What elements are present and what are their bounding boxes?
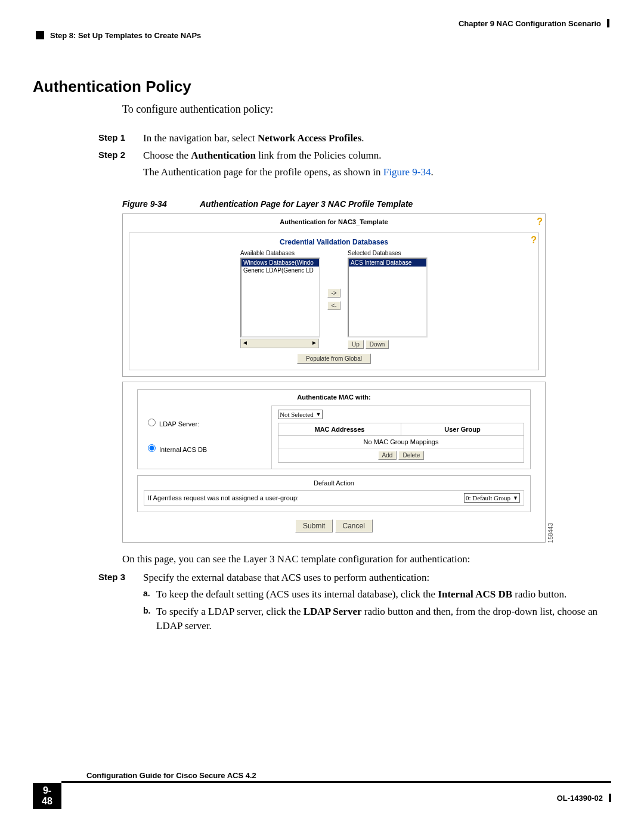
- list-item[interactable]: Windows Database(Windo: [242, 259, 319, 267]
- sub-a-label: a.: [143, 587, 156, 602]
- move-right-button[interactable]: ->: [327, 289, 340, 298]
- sub-a-text: To keep the default setting (ACS uses it…: [156, 587, 611, 602]
- delete-button[interactable]: Delete: [398, 451, 424, 460]
- step2-text: Choose the Authentication link from the …: [143, 148, 611, 163]
- step3-label: Step 3: [98, 571, 143, 586]
- available-label: Available Databases: [240, 250, 295, 256]
- selected-databases-list[interactable]: ACS Internal Database: [348, 258, 428, 337]
- footer-bar-icon: [609, 794, 611, 802]
- h-scrollbar[interactable]: ◄►: [240, 339, 319, 348]
- col-group: User Group: [401, 423, 524, 435]
- panel1-title: Authentication for NAC3_Template: [123, 214, 545, 229]
- header-step: Step 8: Set Up Templates to Create NAPs: [36, 31, 201, 40]
- cancel-button[interactable]: Cancel: [335, 519, 373, 532]
- header-square-icon: [36, 31, 44, 39]
- step2-label: Step 2: [98, 148, 143, 163]
- figure-wrapper: 158443 ? Authentication for NAC3_Templat…: [122, 213, 546, 543]
- figure-link[interactable]: Figure 9-34: [383, 166, 431, 178]
- no-mappings-row: No MAC Group Mappings: [278, 435, 524, 448]
- figure-caption: Figure 9-34Authentication Page for Layer…: [122, 199, 611, 209]
- add-button[interactable]: Add: [378, 451, 397, 460]
- header-bar-icon: [607, 19, 609, 27]
- after-figure-text: On this page, you can see the Layer 3 NA…: [122, 552, 611, 567]
- list-item[interactable]: ACS Internal Database: [349, 259, 426, 267]
- ldap-radio[interactable]: LDAP Server:: [145, 416, 264, 432]
- chevron-down-icon: ▼: [316, 411, 321, 417]
- step2-followup: The Authentication page for the profile …: [143, 165, 611, 180]
- list-item[interactable]: Generic LDAP(Generic LD: [242, 267, 319, 274]
- move-left-button[interactable]: <-: [327, 301, 340, 310]
- footer-guide-title: Configuration Guide for Cisco Secure ACS…: [86, 771, 611, 780]
- move-up-button[interactable]: Up: [348, 340, 364, 349]
- move-down-button[interactable]: Down: [366, 340, 389, 349]
- step1-label: Step 1: [98, 131, 143, 146]
- section-heading: Authentication Policy: [33, 78, 611, 96]
- help-icon[interactable]: ?: [531, 235, 537, 246]
- col-mac: MAC Addresses: [278, 423, 401, 435]
- populate-button[interactable]: Populate from Global: [297, 354, 371, 364]
- step1-text: In the navigation bar, select Network Ac…: [143, 131, 611, 146]
- selected-label: Selected Databases: [348, 250, 401, 256]
- ldap-select[interactable]: Not Selected▼: [278, 410, 323, 419]
- header-chapter: Chapter 9 NAC Configuration Scenario: [459, 19, 609, 28]
- default-action-title: Default Action: [144, 479, 524, 490]
- default-action-label: If Agentless request was not assigned a …: [148, 494, 464, 501]
- submit-button[interactable]: Submit: [295, 519, 333, 532]
- footer-docid: OL-14390-02: [557, 790, 611, 803]
- chevron-down-icon: ▼: [513, 495, 518, 501]
- available-databases-list[interactable]: Windows Database(Windo Generic LDAP(Gene…: [240, 258, 320, 337]
- default-group-select[interactable]: 0: Default Group▼: [464, 493, 520, 503]
- cred-title: Credential Validation Databases: [134, 237, 534, 250]
- help-icon[interactable]: ?: [537, 216, 543, 227]
- intro-text: To configure authentication policy:: [122, 103, 611, 116]
- mac-title: Authenticate MAC with:: [138, 390, 530, 405]
- page-number: 9-48: [33, 783, 61, 809]
- sub-b-text: To specify a LDAP server, click the LDAP…: [156, 605, 611, 634]
- step3-text: Specify the external database that ACS u…: [143, 571, 611, 586]
- internal-radio[interactable]: Internal ACS DB: [145, 442, 264, 457]
- figure-id: 158443: [547, 523, 554, 543]
- page-footer: Configuration Guide for Cisco Secure ACS…: [33, 771, 611, 809]
- sub-b-label: b.: [143, 605, 156, 634]
